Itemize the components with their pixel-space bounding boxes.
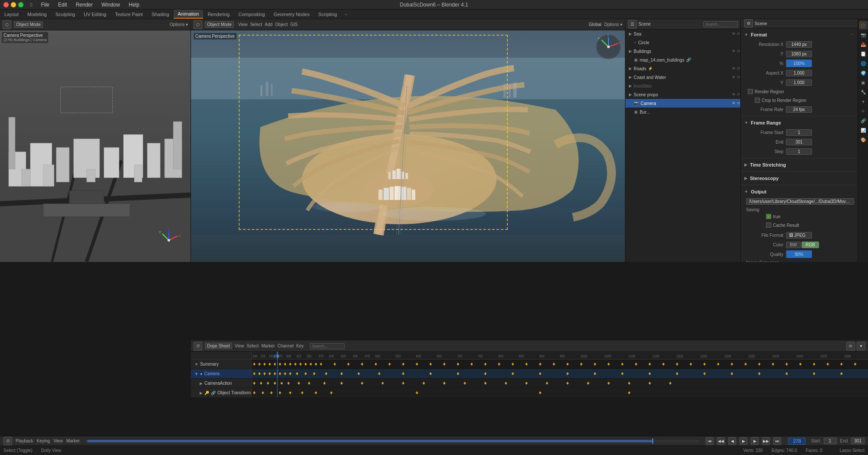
viewport-camera[interactable]: ⬡ Object Mode View Select Add Object GIS… — [191, 19, 625, 262]
outliner-search[interactable] — [703, 21, 738, 27]
timeline-editor-type[interactable]: ⏱ — [194, 342, 202, 350]
outliner-item-roads[interactable]: ▶ Roads ⚡ 👁 ⟳ — [625, 64, 740, 73]
track-label-camera[interactable]: ▼ ● Camera — [191, 369, 252, 378]
tab-sculpting[interactable]: Sculpting — [51, 10, 79, 19]
outliner-item-scene-props[interactable]: ▶ Scene props 👁 ⟳ — [625, 90, 740, 99]
outliner-item-coast[interactable]: ▶ Coast and Water 👁 ⟳ — [625, 73, 740, 82]
aspect-y[interactable]: 1.000 — [786, 79, 812, 86]
resolution-pct[interactable]: 100% — [786, 59, 812, 67]
viewport-left-mode[interactable]: Object Mode — [14, 21, 43, 28]
outliner-item-invisibles[interactable]: ▶ Invisibles — [625, 82, 740, 90]
prop-icon-constraints[interactable]: 🔗 — [859, 116, 868, 125]
menu-render[interactable]: Render — [74, 1, 94, 9]
track-keyframes-summary[interactable] — [252, 360, 868, 369]
camera-view-content[interactable]: Camera Perspective X Y Z — [191, 30, 625, 262]
prop-icon-data[interactable]: 📊 — [859, 126, 868, 134]
timeline-select-menu[interactable]: Select — [247, 344, 259, 348]
camera-select-menu[interactable]: Select — [250, 22, 262, 27]
jump-end-button[interactable]: ⏭ — [773, 437, 781, 445]
crop-render-row[interactable]: Crop to Render Region — [755, 96, 854, 105]
prop-icon-scene2[interactable]: 🌐 — [859, 59, 868, 68]
maximize-button[interactable] — [18, 2, 23, 7]
prop-icon-scene[interactable]: ⬡ — [859, 21, 868, 29]
prop-icon-object[interactable]: ▣ — [859, 78, 868, 87]
minimize-button[interactable] — [11, 2, 16, 7]
resolution-y[interactable]: 1080 px — [786, 51, 812, 57]
close-button[interactable] — [3, 2, 9, 7]
camera-object-menu[interactable]: Object — [275, 22, 288, 27]
keying-menu[interactable]: Keying — [37, 439, 50, 443]
playback-menu[interactable]: Playback — [16, 439, 33, 443]
timeline-filter-btn[interactable]: ▼ — [857, 342, 865, 350]
tab-texture-paint[interactable]: Texture Paint — [111, 10, 147, 19]
tab-uv-editing[interactable]: UV Editing — [79, 10, 111, 19]
time-stretching-header[interactable]: ▶ Time Stretching — [744, 160, 854, 170]
aspect-x[interactable]: 1.000 — [786, 70, 812, 76]
track-keyframes-cameraaction[interactable] — [252, 379, 868, 388]
tab-rendering[interactable]: Rendering — [203, 10, 234, 19]
viewport-left-editor-type[interactable]: ⬡ — [3, 20, 11, 29]
render-region-check[interactable] — [748, 89, 753, 94]
frame-rate[interactable]: 24 fps — [786, 106, 812, 113]
timeline-key-menu[interactable]: Key — [296, 344, 304, 348]
scrubber-handle[interactable] — [652, 439, 653, 444]
outliner-item-bur[interactable]: ▣ Bur... — [625, 108, 740, 116]
timeline-marker-menu[interactable]: Marker — [261, 344, 275, 348]
color-bw-button[interactable]: BW — [786, 242, 801, 248]
color-rgb-button[interactable]: RGB — [802, 242, 819, 248]
tab-scripting[interactable]: Scripting — [314, 10, 341, 19]
tab-shading[interactable]: Shading — [147, 10, 173, 19]
tab-animation[interactable]: Animation — [174, 10, 204, 19]
prop-icon-world[interactable]: 🌍 — [859, 69, 868, 77]
format-header[interactable]: ▼ Format ⋯ — [744, 30, 854, 39]
jump-prev-keyframe-button[interactable]: ◀◀ — [717, 437, 725, 445]
cache-result-row[interactable]: Cache Result — [766, 221, 854, 229]
playback-scrubber[interactable] — [87, 440, 699, 442]
track-label-object-transform[interactable]: ▶ 🔑 🔗 Object Transform — [191, 388, 252, 397]
prop-icon-output[interactable]: 📤 — [859, 40, 868, 49]
outliner-item-camera[interactable]: 📷 Camera 👁 ⟳ — [625, 99, 740, 108]
frame-step[interactable]: 1 — [786, 148, 812, 155]
tab-geometry-nodes[interactable]: Geometry Nodes — [269, 10, 314, 19]
properties-content[interactable]: ⚙ Scene ▼ Format ⋯ — [740, 19, 858, 262]
outliner-panel[interactable]: ☰ Scene ▶ Sea 👁 ⟳ ○ Circle — [625, 19, 740, 262]
prop-icon-modifiers[interactable]: 🔧 — [859, 88, 868, 96]
prop-icon-physics[interactable]: ⚛ — [859, 107, 868, 115]
prop-icon-render[interactable]: 📷 — [859, 30, 868, 39]
frame-range-header[interactable]: ▼ Frame Range — [744, 118, 854, 128]
camera-view[interactable]: View — [238, 22, 248, 27]
frame-start[interactable]: 1 — [786, 129, 812, 136]
crop-render-check[interactable] — [755, 98, 760, 103]
track-label-summary[interactable]: ▼ Summary — [191, 360, 252, 369]
jump-start-button[interactable]: ⏮ — [706, 437, 713, 445]
timeline-search[interactable] — [310, 343, 345, 349]
outliner-item-circle[interactable]: ○ Circle — [625, 38, 740, 47]
stereoscopy-header[interactable]: ▶ Stereoscopy — [744, 173, 854, 183]
quality-value[interactable]: 90% — [786, 250, 812, 258]
properties-editor-type[interactable]: ⚙ — [744, 19, 753, 28]
tab-modeling[interactable]: Modeling — [23, 10, 51, 19]
track-keyframes-camera[interactable] — [252, 369, 868, 378]
end-frame-display[interactable]: 301 — [851, 438, 865, 444]
viewport-left-options[interactable]: Options ▾ — [170, 22, 188, 27]
camera-global[interactable]: Global — [589, 22, 602, 27]
menu-window[interactable]: Window — [100, 1, 122, 9]
frame-end[interactable]: 301 — [786, 139, 812, 145]
timeline-sync-btn[interactable]: ⟳ — [846, 342, 855, 350]
viewport-left[interactable]: ⬡ Object Mode Options ▾ — [0, 19, 191, 262]
timeline-channel-menu[interactable]: Channel — [277, 344, 293, 348]
file-extensions-check[interactable]: ✓ — [766, 214, 771, 219]
track-label-cameraaction[interactable]: ▶ CameraAction — [191, 379, 252, 388]
camera-mode[interactable]: Object Mode — [205, 21, 234, 28]
camera-editor-type[interactable]: ⬡ — [194, 20, 202, 29]
outliner-editor-type[interactable]: ☰ — [628, 20, 637, 29]
tab-compositing[interactable]: Compositing — [234, 10, 269, 19]
prop-icon-view-layer[interactable]: 📑 — [859, 49, 868, 58]
viewport-left-content[interactable]: Camera Perspective (278) Buildings | Cam… — [0, 30, 191, 262]
marker-menu[interactable]: Marker — [66, 439, 80, 443]
play-button[interactable]: ▶ — [740, 437, 747, 445]
resolution-x[interactable]: 1440 px — [786, 41, 812, 48]
cache-result-check[interactable] — [766, 223, 771, 228]
menu-help[interactable]: Help — [127, 1, 141, 9]
outliner-item-sea[interactable]: ▶ Sea 👁 ⟳ — [625, 29, 740, 38]
